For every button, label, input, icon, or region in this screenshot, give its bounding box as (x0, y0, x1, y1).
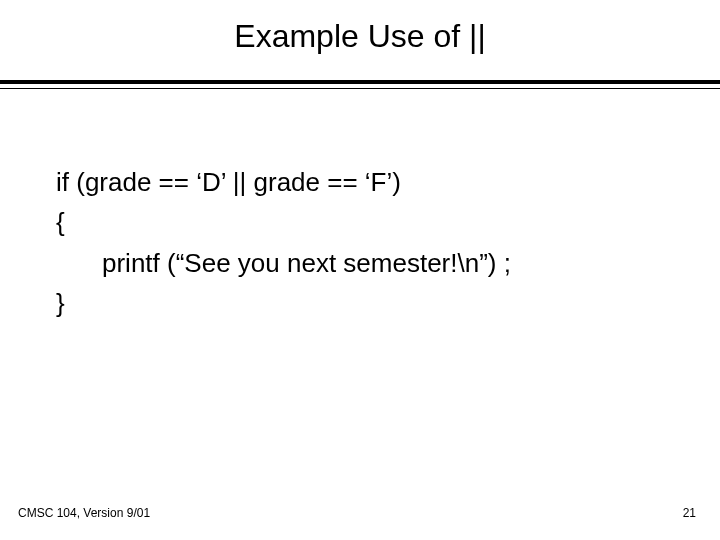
slide: Example Use of || if (grade == ‘D’ || gr… (0, 0, 720, 540)
divider-thin (0, 88, 720, 89)
code-line-4: } (56, 283, 680, 323)
divider-thick (0, 80, 720, 84)
code-line-1: if (grade == ‘D’ || grade == ‘F’) (56, 162, 680, 202)
footer-course: CMSC 104, Version 9/01 (18, 506, 150, 520)
code-block: if (grade == ‘D’ || grade == ‘F’) { prin… (56, 162, 680, 323)
code-line-2: { (56, 202, 680, 242)
slide-title: Example Use of || (0, 18, 720, 55)
code-line-3: printf (“See you next semester!\n”) ; (56, 243, 680, 283)
footer-page-number: 21 (683, 506, 696, 520)
